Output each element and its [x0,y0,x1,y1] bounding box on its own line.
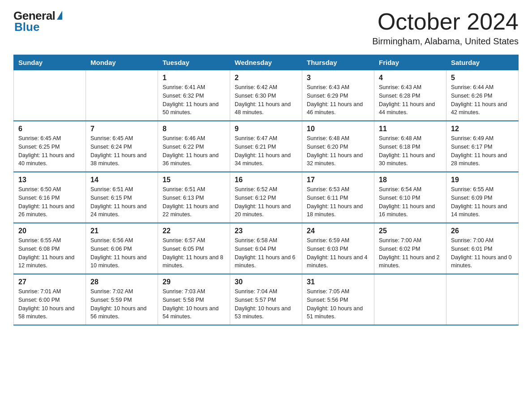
calendar-cell: 16Sunrise: 6:52 AMSunset: 6:12 PMDayligh… [230,172,302,223]
column-header-wednesday: Wednesday [230,55,302,70]
day-info: Sunrise: 6:51 AMSunset: 6:13 PMDaylight:… [163,185,225,219]
day-number: 7 [90,125,153,133]
day-number: 2 [235,74,297,82]
column-header-thursday: Thursday [302,55,374,70]
calendar-cell: 2Sunrise: 6:42 AMSunset: 6:30 PMDaylight… [230,70,302,121]
calendar-cell: 26Sunrise: 7:00 AMSunset: 6:01 PMDayligh… [446,223,519,274]
calendar-cell: 15Sunrise: 6:51 AMSunset: 6:13 PMDayligh… [158,172,230,223]
day-number: 3 [307,74,369,82]
logo: General Blue [13,9,62,34]
day-info: Sunrise: 6:44 AMSunset: 6:26 PMDaylight:… [451,83,514,117]
calendar-cell: 17Sunrise: 6:53 AMSunset: 6:11 PMDayligh… [302,172,374,223]
day-info: Sunrise: 6:51 AMSunset: 6:15 PMDaylight:… [90,185,153,219]
day-info: Sunrise: 6:57 AMSunset: 6:05 PMDaylight:… [163,236,225,270]
day-info: Sunrise: 7:02 AMSunset: 5:59 PMDaylight:… [90,287,153,321]
day-number: 8 [163,125,225,133]
calendar-cell: 22Sunrise: 6:57 AMSunset: 6:05 PMDayligh… [158,223,230,274]
calendar-cell: 30Sunrise: 7:04 AMSunset: 5:57 PMDayligh… [230,274,302,325]
day-info: Sunrise: 7:04 AMSunset: 5:57 PMDaylight:… [235,287,297,321]
location-title: Birmingham, Alabama, United States [372,36,519,47]
calendar-cell: 25Sunrise: 7:00 AMSunset: 6:02 PMDayligh… [374,223,446,274]
day-info: Sunrise: 6:45 AMSunset: 6:25 PMDaylight:… [18,134,81,168]
day-number: 28 [90,278,153,286]
day-info: Sunrise: 6:58 AMSunset: 6:04 PMDaylight:… [235,236,297,270]
calendar-cell: 9Sunrise: 6:47 AMSunset: 6:21 PMDaylight… [230,121,302,172]
calendar-cell: 7Sunrise: 6:45 AMSunset: 6:24 PMDaylight… [86,121,158,172]
day-number: 16 [235,176,297,184]
title-area: October 2024 Birmingham, Alabama, United… [372,9,519,47]
calendar-cell: 4Sunrise: 6:43 AMSunset: 6:28 PMDaylight… [374,70,446,121]
calendar-table: SundayMondayTuesdayWednesdayThursdayFrid… [13,55,519,325]
day-info: Sunrise: 6:54 AMSunset: 6:10 PMDaylight:… [379,185,442,219]
calendar-cell: 27Sunrise: 7:01 AMSunset: 6:00 PMDayligh… [14,274,86,325]
day-number: 10 [307,125,369,133]
day-number: 21 [90,227,153,235]
calendar-cell [374,274,446,325]
day-info: Sunrise: 6:55 AMSunset: 6:08 PMDaylight:… [18,236,81,270]
calendar-header-row: SundayMondayTuesdayWednesdayThursdayFrid… [14,55,519,70]
day-number: 22 [163,227,225,235]
day-info: Sunrise: 6:50 AMSunset: 6:16 PMDaylight:… [18,185,81,219]
day-number: 29 [163,278,225,286]
calendar-cell [14,70,86,121]
calendar-cell: 1Sunrise: 6:41 AMSunset: 6:32 PMDaylight… [158,70,230,121]
day-info: Sunrise: 6:53 AMSunset: 6:11 PMDaylight:… [307,185,369,219]
calendar-cell: 12Sunrise: 6:49 AMSunset: 6:17 PMDayligh… [446,121,519,172]
day-number: 1 [163,74,225,82]
day-number: 30 [235,278,297,286]
day-info: Sunrise: 6:59 AMSunset: 6:03 PMDaylight:… [307,236,369,270]
day-number: 14 [90,176,153,184]
calendar-week-row: 6Sunrise: 6:45 AMSunset: 6:25 PMDaylight… [14,121,519,172]
day-number: 31 [307,278,369,286]
day-info: Sunrise: 6:48 AMSunset: 6:20 PMDaylight:… [307,134,369,168]
calendar-cell [446,274,519,325]
logo-blue-text: Blue [14,20,39,34]
calendar-cell: 18Sunrise: 6:54 AMSunset: 6:10 PMDayligh… [374,172,446,223]
calendar-cell: 8Sunrise: 6:46 AMSunset: 6:22 PMDaylight… [158,121,230,172]
calendar-cell: 19Sunrise: 6:55 AMSunset: 6:09 PMDayligh… [446,172,519,223]
day-info: Sunrise: 7:00 AMSunset: 6:02 PMDaylight:… [379,236,442,270]
day-number: 15 [163,176,225,184]
day-number: 9 [235,125,297,133]
day-info: Sunrise: 7:03 AMSunset: 5:58 PMDaylight:… [163,287,225,321]
day-info: Sunrise: 6:47 AMSunset: 6:21 PMDaylight:… [235,134,297,168]
logo-triangle-icon [57,11,62,20]
calendar-cell: 11Sunrise: 6:48 AMSunset: 6:18 PMDayligh… [374,121,446,172]
day-number: 27 [18,278,81,286]
calendar-cell: 29Sunrise: 7:03 AMSunset: 5:58 PMDayligh… [158,274,230,325]
day-number: 12 [451,125,514,133]
column-header-friday: Friday [374,55,446,70]
day-number: 24 [307,227,369,235]
day-info: Sunrise: 6:45 AMSunset: 6:24 PMDaylight:… [90,134,153,168]
day-number: 17 [307,176,369,184]
month-title: October 2024 [372,9,519,34]
day-info: Sunrise: 6:52 AMSunset: 6:12 PMDaylight:… [235,185,297,219]
day-info: Sunrise: 7:05 AMSunset: 5:56 PMDaylight:… [307,287,369,321]
calendar-cell: 28Sunrise: 7:02 AMSunset: 5:59 PMDayligh… [86,274,158,325]
calendar-cell: 14Sunrise: 6:51 AMSunset: 6:15 PMDayligh… [86,172,158,223]
column-header-tuesday: Tuesday [158,55,230,70]
day-number: 25 [379,227,442,235]
calendar-week-row: 13Sunrise: 6:50 AMSunset: 6:16 PMDayligh… [14,172,519,223]
day-number: 13 [18,176,81,184]
day-info: Sunrise: 6:41 AMSunset: 6:32 PMDaylight:… [163,83,225,117]
day-number: 4 [379,74,442,82]
day-info: Sunrise: 6:48 AMSunset: 6:18 PMDaylight:… [379,134,442,168]
day-number: 5 [451,74,514,82]
column-header-sunday: Sunday [14,55,86,70]
day-number: 26 [451,227,514,235]
day-info: Sunrise: 6:43 AMSunset: 6:28 PMDaylight:… [379,83,442,117]
day-number: 20 [18,227,81,235]
calendar-week-row: 1Sunrise: 6:41 AMSunset: 6:32 PMDaylight… [14,70,519,121]
calendar-cell: 6Sunrise: 6:45 AMSunset: 6:25 PMDaylight… [14,121,86,172]
day-number: 18 [379,176,442,184]
day-number: 19 [451,176,514,184]
day-info: Sunrise: 6:43 AMSunset: 6:29 PMDaylight:… [307,83,369,117]
calendar-cell: 21Sunrise: 6:56 AMSunset: 6:06 PMDayligh… [86,223,158,274]
calendar-cell: 31Sunrise: 7:05 AMSunset: 5:56 PMDayligh… [302,274,374,325]
calendar-cell: 13Sunrise: 6:50 AMSunset: 6:16 PMDayligh… [14,172,86,223]
calendar-cell: 24Sunrise: 6:59 AMSunset: 6:03 PMDayligh… [302,223,374,274]
day-info: Sunrise: 6:49 AMSunset: 6:17 PMDaylight:… [451,134,514,168]
day-info: Sunrise: 7:01 AMSunset: 6:00 PMDaylight:… [18,287,81,321]
calendar-cell: 5Sunrise: 6:44 AMSunset: 6:26 PMDaylight… [446,70,519,121]
